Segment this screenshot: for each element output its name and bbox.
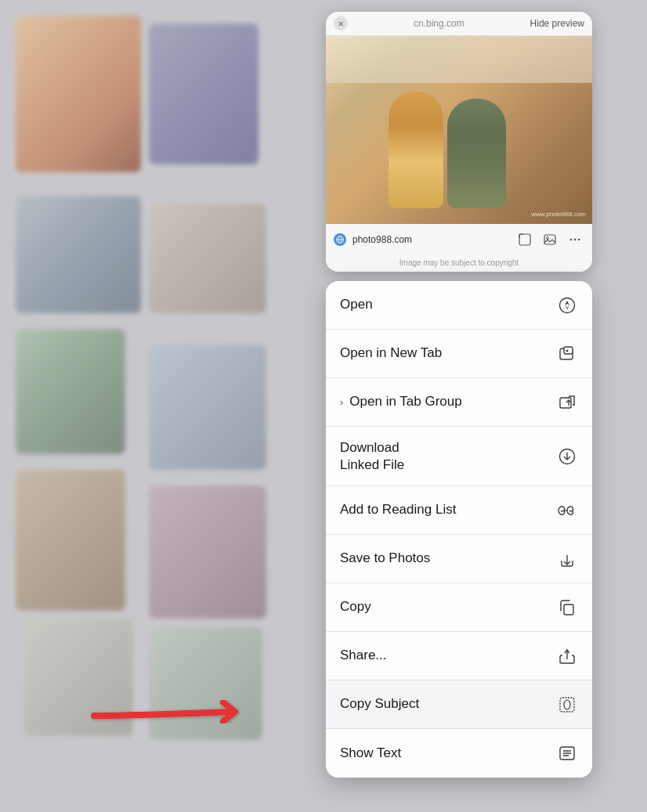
- background-tile-5: [149, 204, 266, 313]
- preview-watermark: www.photo988.com: [531, 211, 586, 218]
- menu-item-open[interactable]: Open: [326, 281, 592, 330]
- main-panel: ✕ cn.bing.com Hide preview www.photo988.…: [271, 0, 647, 812]
- svg-point-25: [564, 700, 570, 709]
- menu-item-share-left: Share...: [340, 648, 387, 663]
- figure-right: [447, 99, 506, 208]
- background-tile-4: [16, 329, 125, 454]
- menu-item-show-text[interactable]: Show Text: [326, 729, 592, 778]
- background-tile-7: [149, 345, 266, 470]
- preview-site-name: photo988.com: [352, 234, 509, 245]
- svg-marker-11: [565, 305, 569, 310]
- background-tile-2: [149, 23, 258, 164]
- preview-action-image[interactable]: [540, 230, 559, 249]
- svg-point-5: [547, 237, 549, 240]
- background-tile-8: [23, 619, 133, 736]
- preview-hide-label[interactable]: Hide preview: [530, 18, 584, 29]
- svg-point-8: [578, 239, 580, 241]
- menu-label-copy-subject: Copy Subject: [340, 696, 419, 712]
- expand-icon: [519, 233, 531, 246]
- preview-action-more[interactable]: [566, 230, 584, 249]
- menu-label-share: Share...: [340, 648, 387, 663]
- menu-item-open-left: Open: [340, 297, 373, 312]
- share-icon: [556, 645, 578, 667]
- preview-copyright: Image may be subject to copyright: [326, 255, 592, 272]
- preview-action-icons: [515, 230, 584, 249]
- menu-label-open-tab-group: Open in Tab Group: [349, 394, 461, 410]
- save-photos-icon: [556, 548, 578, 570]
- preview-domain: cn.bing.com: [414, 18, 464, 29]
- copy-subject-icon: [556, 694, 578, 716]
- svg-rect-4: [544, 235, 555, 244]
- background-tile-9: [149, 485, 266, 619]
- menu-label-add-reading-list: Add to Reading List: [340, 502, 456, 518]
- menu-item-copy-left: Copy: [340, 599, 371, 615]
- menu-item-copy[interactable]: Copy: [326, 583, 592, 632]
- menu-item-download-linked-file[interactable]: DownloadLinked File: [326, 427, 592, 486]
- figure-left: [389, 91, 443, 208]
- menu-item-add-reading-list[interactable]: Add to Reading List: [326, 486, 592, 535]
- menu-item-show-text-left: Show Text: [340, 745, 401, 761]
- background-tile-10: [149, 626, 262, 740]
- svg-point-6: [570, 239, 573, 241]
- preview-bottom-bar: photo988.com: [326, 224, 592, 255]
- preview-top-bar: ✕ cn.bing.com Hide preview: [326, 12, 592, 36]
- svg-rect-3: [519, 234, 530, 245]
- preview-image: www.photo988.com: [326, 36, 592, 224]
- menu-item-open-tab-group-left: › Open in Tab Group: [340, 394, 462, 410]
- menu-item-copy-subject-left: Copy Subject: [340, 696, 419, 712]
- preview-close-button[interactable]: ✕: [334, 16, 348, 31]
- svg-point-9: [560, 298, 575, 312]
- menu-label-download-linked-file: DownloadLinked File: [340, 439, 404, 473]
- menu-item-open-new-tab[interactable]: Open in New Tab: [326, 330, 592, 378]
- background-tile-1: [16, 16, 141, 172]
- new-tab-icon: [556, 343, 578, 365]
- svg-marker-10: [565, 301, 569, 305]
- menu-label-open-new-tab: Open in New Tab: [340, 345, 442, 361]
- menu-item-share[interactable]: Share...: [326, 632, 592, 680]
- background-tile-3: [16, 196, 141, 313]
- menu-item-open-new-tab-left: Open in New Tab: [340, 345, 442, 361]
- site-icon: [334, 233, 346, 246]
- menu-label-copy: Copy: [340, 599, 371, 615]
- chevron-icon: ›: [340, 396, 343, 408]
- wall-background: [326, 36, 592, 83]
- context-menu: Open Open in New Tab: [326, 281, 592, 778]
- download-icon: [556, 446, 578, 467]
- menu-item-reading-left: Add to Reading List: [340, 502, 456, 518]
- svg-rect-16: [560, 398, 571, 408]
- compass-icon: [556, 294, 578, 316]
- show-text-icon: [556, 742, 578, 764]
- preview-card: ✕ cn.bing.com Hide preview www.photo988.…: [326, 12, 592, 272]
- menu-label-save-photos: Save to Photos: [340, 550, 430, 566]
- svg-point-7: [574, 239, 577, 241]
- svg-rect-22: [564, 604, 573, 615]
- menu-label-open: Open: [340, 297, 373, 312]
- menu-label-show-text: Show Text: [340, 745, 401, 761]
- menu-item-copy-subject[interactable]: Copy Subject: [326, 680, 592, 729]
- tab-group-icon: [556, 392, 578, 413]
- background-tile-6: [16, 470, 125, 611]
- copy-icon: [556, 597, 578, 619]
- menu-item-open-tab-group[interactable]: › Open in Tab Group: [326, 378, 592, 427]
- image-icon: [544, 233, 556, 246]
- menu-item-save-left: Save to Photos: [340, 550, 430, 566]
- more-icon: [569, 233, 581, 246]
- menu-item-save-photos[interactable]: Save to Photos: [326, 535, 592, 583]
- menu-item-download-left: DownloadLinked File: [340, 439, 404, 473]
- preview-action-expand[interactable]: [515, 230, 534, 249]
- reading-list-icon: [556, 500, 578, 521]
- globe-icon: [336, 236, 344, 244]
